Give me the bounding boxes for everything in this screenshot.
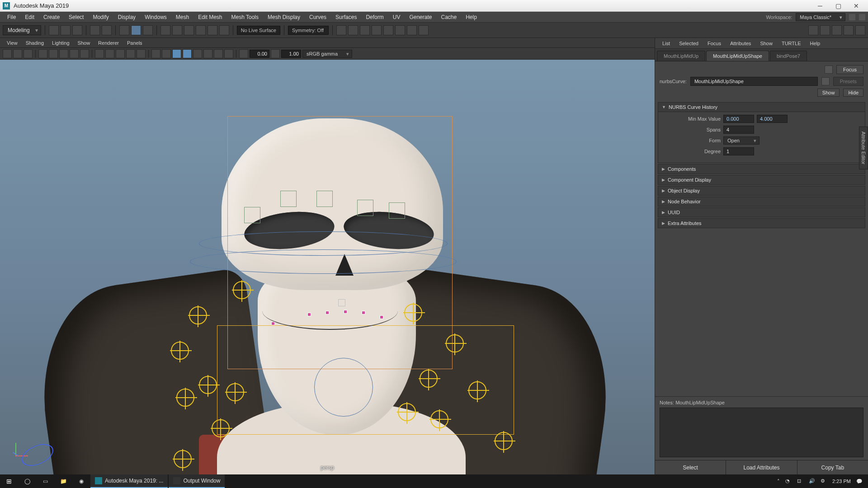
textured-button[interactable] bbox=[116, 49, 125, 58]
attr-menu-focus[interactable]: Focus bbox=[703, 41, 726, 46]
snap-button[interactable] bbox=[208, 25, 217, 35]
xray-active-button[interactable] bbox=[183, 49, 192, 58]
notes-textarea[interactable] bbox=[660, 408, 863, 457]
rig-control[interactable] bbox=[468, 381, 486, 399]
select-mode-button[interactable] bbox=[131, 25, 141, 35]
snap-button[interactable] bbox=[160, 25, 170, 35]
show-button[interactable]: Show bbox=[817, 89, 840, 97]
ao-button[interactable] bbox=[193, 49, 202, 58]
panel-menu-view[interactable]: View bbox=[3, 40, 22, 46]
smooth-shade-button[interactable] bbox=[105, 49, 114, 58]
section-header[interactable]: ▶ Object Display bbox=[658, 186, 865, 196]
minimize-button[interactable]: ─ bbox=[811, 0, 829, 12]
start-button[interactable]: ⊞ bbox=[0, 474, 18, 488]
menu-windows[interactable]: Windows bbox=[140, 14, 171, 20]
menu-mesh-tools[interactable]: Mesh Tools bbox=[227, 14, 263, 20]
control-curve[interactable] bbox=[389, 202, 405, 219]
rig-control[interactable] bbox=[398, 403, 416, 421]
panel-menu-lighting[interactable]: Lighting bbox=[48, 40, 74, 46]
control-curve[interactable] bbox=[244, 207, 260, 223]
tray-volume-icon[interactable]: 🔊 bbox=[809, 478, 815, 484]
explorer-icon[interactable]: 📁 bbox=[54, 474, 72, 488]
playblast-button[interactable] bbox=[407, 25, 417, 35]
control-vertex[interactable] bbox=[362, 311, 365, 314]
save-scene-button[interactable] bbox=[72, 25, 82, 35]
multisample-button[interactable] bbox=[214, 49, 223, 58]
viewport-persp[interactable]: persp bbox=[0, 60, 655, 474]
panel-toggle-button[interactable] bbox=[855, 25, 865, 35]
attr-menu-list[interactable]: List bbox=[658, 41, 675, 46]
grid-button[interactable] bbox=[49, 49, 58, 58]
chrome-icon[interactable]: ◉ bbox=[72, 474, 90, 488]
panel-menu-renderer[interactable]: Renderer bbox=[94, 40, 123, 46]
gamma-icon[interactable] bbox=[271, 49, 280, 58]
tray-icon[interactable]: ⚙ bbox=[821, 478, 827, 484]
rig-control[interactable] bbox=[495, 432, 513, 450]
wireframe-button[interactable] bbox=[95, 49, 104, 58]
render-button[interactable] bbox=[336, 25, 346, 35]
menu-deform[interactable]: Deform bbox=[361, 14, 388, 20]
rig-control[interactable] bbox=[420, 370, 438, 388]
node-name-field[interactable]: MouthLipMidUpShape bbox=[690, 77, 818, 86]
attr-tab-transform[interactable]: MouthLipMidUp bbox=[657, 51, 705, 61]
new-scene-button[interactable] bbox=[49, 25, 59, 35]
panel-menu-show[interactable]: Show bbox=[74, 40, 94, 46]
motion-blur-button[interactable] bbox=[203, 49, 212, 58]
rig-control[interactable] bbox=[176, 389, 194, 407]
snap-button[interactable] bbox=[219, 25, 229, 35]
lights-button[interactable] bbox=[126, 49, 135, 58]
colorspace-dropdown[interactable]: sRGB gamma bbox=[302, 50, 352, 58]
panel-menu-shading[interactable]: Shading bbox=[22, 40, 48, 46]
menu-mesh-display[interactable]: Mesh Display bbox=[263, 14, 305, 20]
tray-network-icon[interactable]: ⊡ bbox=[797, 478, 803, 484]
camera-attr-button[interactable] bbox=[13, 49, 22, 58]
panel-toggle-button[interactable] bbox=[820, 25, 830, 35]
select-camera-button[interactable] bbox=[3, 49, 12, 58]
panel-menu-panels[interactable]: Panels bbox=[123, 40, 146, 46]
taskbar-item-maya[interactable]: Autodesk Maya 2019: ... bbox=[90, 474, 168, 488]
attr-menu-attributes[interactable]: Attributes bbox=[726, 41, 755, 46]
control-vertex[interactable] bbox=[380, 315, 383, 319]
panel-toggle-button[interactable] bbox=[844, 25, 854, 35]
rig-control[interactable] bbox=[404, 304, 422, 322]
xray-button[interactable] bbox=[162, 49, 171, 58]
undo-button[interactable] bbox=[90, 25, 100, 35]
section-header[interactable]: ▶ Node Behavior bbox=[658, 197, 865, 206]
presets-icon[interactable] bbox=[821, 77, 830, 85]
focus-button[interactable]: Focus bbox=[836, 65, 863, 74]
open-scene-button[interactable] bbox=[61, 25, 71, 35]
render-button[interactable] bbox=[372, 25, 382, 35]
select-mode-button[interactable] bbox=[119, 25, 129, 35]
live-surface-field[interactable]: No Live Surface bbox=[237, 26, 280, 35]
tray-notifications-icon[interactable]: 💬 bbox=[856, 479, 863, 484]
gamma-field[interactable]: 1.00 bbox=[281, 50, 301, 58]
spans-field[interactable]: 4 bbox=[723, 126, 754, 134]
tray-chevron-icon[interactable]: ˄ bbox=[777, 479, 780, 484]
tray-icon[interactable]: ◔ bbox=[785, 478, 792, 484]
menu-help[interactable]: Help bbox=[461, 14, 481, 20]
menu-edit[interactable]: Edit bbox=[20, 14, 39, 20]
film-gate-button[interactable] bbox=[59, 49, 68, 58]
bookmark-button[interactable] bbox=[24, 49, 33, 58]
rig-control[interactable] bbox=[199, 376, 217, 394]
section-header[interactable]: ▶ Extra Attributes bbox=[658, 218, 865, 228]
menu-modify[interactable]: Modify bbox=[88, 14, 113, 20]
xray-joints-button[interactable] bbox=[172, 49, 181, 58]
close-button[interactable]: ✕ bbox=[847, 0, 865, 12]
attr-menu-selected[interactable]: Selected bbox=[675, 41, 703, 46]
rig-control[interactable] bbox=[174, 450, 192, 468]
control-curve[interactable] bbox=[190, 249, 457, 274]
render-button[interactable] bbox=[383, 25, 393, 35]
menu-file[interactable]: File bbox=[3, 14, 20, 20]
copy-tab-button[interactable]: Copy Tab bbox=[797, 460, 868, 474]
presets-button[interactable]: Presets bbox=[833, 77, 863, 86]
control-curve[interactable] bbox=[280, 191, 297, 207]
rig-control[interactable] bbox=[233, 281, 251, 299]
menu-set-dropdown[interactable]: Modeling bbox=[3, 25, 41, 35]
redo-button[interactable] bbox=[102, 25, 112, 35]
max-value-field[interactable]: 4.000 bbox=[757, 115, 788, 123]
attr-menu-help[interactable]: Help bbox=[806, 41, 825, 46]
taskbar-item-output[interactable]: Output Window bbox=[169, 474, 225, 488]
exposure-field[interactable]: 0.00 bbox=[250, 50, 269, 58]
rig-control[interactable] bbox=[189, 306, 207, 324]
